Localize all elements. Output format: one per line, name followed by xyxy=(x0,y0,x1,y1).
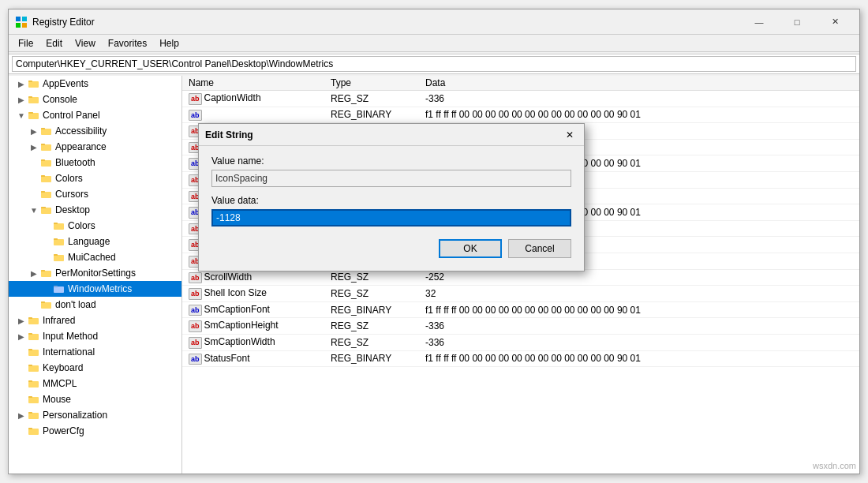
menu-edit[interactable]: Edit xyxy=(39,36,69,51)
menu-help[interactable]: Help xyxy=(153,36,185,51)
tree-item-inputmethod[interactable]: ▶ Input Method xyxy=(9,328,181,344)
tree-item-appevents[interactable]: ▶ AppEvents xyxy=(9,76,181,92)
folder-icon-accessibility xyxy=(40,125,53,137)
address-input[interactable] xyxy=(12,56,856,72)
tree-item-colors2[interactable]: Colors xyxy=(9,218,181,234)
svg-rect-26 xyxy=(54,238,58,240)
edit-string-dialog: Edit String ✕ Value name: Value data: OK… xyxy=(198,123,585,271)
tree-item-permonitorsettings[interactable]: ▶ PerMonitorSettings xyxy=(9,265,181,281)
tree-item-controlpanel[interactable]: ▼ Control Panel xyxy=(9,107,181,123)
svg-rect-48 xyxy=(28,412,32,414)
folder-icon-infrared xyxy=(28,314,40,327)
tree-item-international[interactable]: International xyxy=(9,344,181,360)
value-name-input[interactable] xyxy=(211,170,571,187)
tree-label-language: Language xyxy=(68,236,110,247)
expander-colors2 xyxy=(40,222,53,230)
window-title: Registry Editor xyxy=(32,17,741,28)
tree-label-cursors: Cursors xyxy=(55,189,88,200)
svg-rect-46 xyxy=(28,396,32,398)
dialog-body: Value name: Value data: OK Cancel xyxy=(199,146,584,271)
registry-editor-window: Registry Editor — □ ✕ File Edit View Fav… xyxy=(8,9,860,474)
expander-inputmethod: ▶ xyxy=(15,332,28,341)
expander-appearance: ▶ xyxy=(28,143,40,152)
cancel-button[interactable]: Cancel xyxy=(508,239,571,258)
tree-item-console[interactable]: ▶ Console xyxy=(9,92,181,107)
dialog-close-button[interactable]: ✕ xyxy=(562,127,578,143)
expander-powercfg xyxy=(15,427,28,436)
menu-favorites[interactable]: Favorites xyxy=(102,36,153,51)
folder-icon-appevents xyxy=(28,77,40,90)
svg-rect-7 xyxy=(28,97,39,103)
ok-button[interactable]: OK xyxy=(439,239,502,258)
folder-icon-muicached xyxy=(53,251,65,264)
folder-icon-international xyxy=(28,346,40,358)
svg-rect-20 xyxy=(41,191,45,193)
folder-icon-mmcpl xyxy=(28,377,40,390)
expander-accessibility: ▶ xyxy=(28,127,40,136)
svg-rect-16 xyxy=(41,159,45,161)
tree-item-bluetooth[interactable]: Bluetooth xyxy=(9,155,181,170)
expander-mouse xyxy=(15,395,28,404)
tree-item-infrared[interactable]: ▶ Infrared xyxy=(9,313,181,328)
svg-rect-24 xyxy=(54,223,58,224)
tree-label-powercfg: PowerCfg xyxy=(43,425,84,436)
tree-item-mmcpl[interactable]: MMCPL xyxy=(9,376,181,391)
folder-icon-bluetooth xyxy=(40,156,53,169)
svg-rect-35 xyxy=(28,318,39,324)
svg-rect-21 xyxy=(41,208,51,214)
folder-icon-dontload xyxy=(40,298,53,311)
svg-rect-42 xyxy=(28,365,32,366)
svg-rect-38 xyxy=(28,333,32,335)
tree-item-colors[interactable]: Colors xyxy=(9,170,181,186)
folder-icon-appearance xyxy=(40,140,53,153)
expander-desktop: ▼ xyxy=(28,206,40,215)
tree-item-accessibility[interactable]: ▶ Accessibility xyxy=(9,123,181,139)
tree-item-windowmetrics[interactable]: WindowMetrics xyxy=(9,281,181,297)
menu-file[interactable]: File xyxy=(12,36,39,51)
svg-rect-47 xyxy=(28,413,39,419)
tree-item-language[interactable]: Language xyxy=(9,234,181,249)
dialog-title: Edit String xyxy=(205,129,562,140)
tree-item-appearance[interactable]: ▶ Appearance xyxy=(9,139,181,155)
dialog-buttons: OK Cancel xyxy=(211,239,571,258)
folder-icon-desktop xyxy=(40,204,53,216)
svg-rect-39 xyxy=(28,350,39,356)
dialog-overlay: Edit String ✕ Value name: Value data: OK… xyxy=(182,76,859,474)
expander-keyboard xyxy=(15,364,28,373)
expander-windowmetrics xyxy=(40,285,53,294)
svg-rect-27 xyxy=(54,255,64,261)
svg-rect-33 xyxy=(41,302,51,309)
registry-values-panel: Name Type Data abCaptionWidth REG_SZ -33… xyxy=(182,76,859,474)
menu-view[interactable]: View xyxy=(69,36,102,51)
tree-label-console: Console xyxy=(43,94,77,105)
svg-rect-45 xyxy=(28,397,39,403)
tree-item-mouse[interactable]: Mouse xyxy=(9,391,181,407)
value-data-input[interactable] xyxy=(211,209,571,227)
svg-rect-44 xyxy=(28,380,32,382)
dialog-title-bar: Edit String ✕ xyxy=(199,124,584,146)
expander-controlpanel: ▼ xyxy=(15,111,28,120)
close-button[interactable]: ✕ xyxy=(817,13,853,32)
folder-icon-powercfg xyxy=(28,425,40,437)
tree-item-desktop[interactable]: ▼ Desktop xyxy=(9,202,181,218)
folder-icon-colors2 xyxy=(53,219,65,232)
tree-item-keyboard[interactable]: Keyboard xyxy=(9,360,181,376)
tree-item-powercfg[interactable]: PowerCfg xyxy=(9,423,181,439)
tree-label-colors2: Colors xyxy=(68,220,95,231)
svg-rect-8 xyxy=(28,96,32,98)
tree-item-dontload[interactable]: don't load xyxy=(9,297,181,313)
tree-label-bluetooth: Bluetooth xyxy=(55,157,95,168)
svg-rect-1 xyxy=(22,17,27,21)
expander-console: ▶ xyxy=(15,95,28,104)
expander-dontload xyxy=(28,301,40,309)
main-area: ▶ AppEvents ▶ Console ▼ Control Panel xyxy=(9,76,859,474)
tree-label-infrared: Infrared xyxy=(43,315,75,326)
maximize-button[interactable]: □ xyxy=(779,13,815,32)
svg-rect-12 xyxy=(41,128,45,129)
minimize-button[interactable]: — xyxy=(741,13,777,32)
tree-label-muicached: MuiCached xyxy=(68,252,116,263)
tree-item-personalization[interactable]: ▶ Personalization xyxy=(9,407,181,423)
tree-item-cursors[interactable]: Cursors xyxy=(9,186,181,202)
tree-item-muicached[interactable]: MuiCached xyxy=(9,249,181,265)
svg-rect-18 xyxy=(41,175,45,177)
